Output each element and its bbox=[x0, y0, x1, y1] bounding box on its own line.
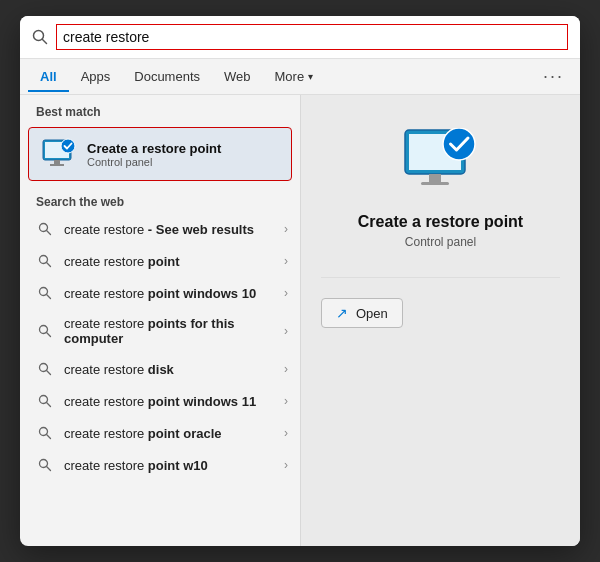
svg-point-7 bbox=[40, 224, 48, 232]
svg-point-21 bbox=[40, 460, 48, 468]
svg-point-9 bbox=[40, 256, 48, 264]
list-item-text: create restore point w10 bbox=[64, 458, 284, 473]
open-label: Open bbox=[356, 306, 388, 321]
svg-point-13 bbox=[40, 326, 48, 334]
svg-line-18 bbox=[47, 403, 51, 407]
search-loop-icon bbox=[36, 252, 54, 270]
svg-rect-25 bbox=[429, 174, 441, 182]
open-button[interactable]: ↗ Open bbox=[321, 298, 403, 328]
svg-line-16 bbox=[47, 371, 51, 375]
chevron-right-icon: › bbox=[284, 458, 288, 472]
search-input[interactable] bbox=[56, 24, 568, 50]
app-icon-large bbox=[401, 127, 481, 197]
chevron-down-icon: ▾ bbox=[308, 71, 313, 82]
tab-documents[interactable]: Documents bbox=[122, 61, 212, 92]
chevron-right-icon: › bbox=[284, 394, 288, 408]
open-icon: ↗ bbox=[336, 305, 348, 321]
chevron-right-icon: › bbox=[284, 324, 288, 338]
chevron-right-icon: › bbox=[284, 254, 288, 268]
svg-point-6 bbox=[61, 139, 75, 153]
best-match-subtitle: Control panel bbox=[87, 156, 221, 168]
svg-line-20 bbox=[47, 435, 51, 439]
chevron-right-icon: › bbox=[284, 362, 288, 376]
search-icon bbox=[32, 29, 48, 45]
right-panel-title: Create a restore point bbox=[358, 213, 523, 231]
list-item[interactable]: create restore point windows 10 › bbox=[20, 277, 300, 309]
search-loop-icon bbox=[36, 360, 54, 378]
tab-all[interactable]: All bbox=[28, 61, 69, 92]
chevron-right-icon: › bbox=[284, 286, 288, 300]
search-panel: All Apps Documents Web More ▾ ··· Best m… bbox=[20, 16, 580, 546]
restore-point-icon bbox=[41, 136, 77, 172]
search-loop-icon bbox=[36, 322, 54, 340]
tab-apps[interactable]: Apps bbox=[69, 61, 123, 92]
more-options-button[interactable]: ··· bbox=[535, 62, 572, 91]
tab-more[interactable]: More ▾ bbox=[263, 61, 326, 92]
svg-line-14 bbox=[47, 333, 51, 337]
list-item[interactable]: create restore points for this computer … bbox=[20, 309, 300, 353]
list-item-text: create restore point windows 10 bbox=[64, 286, 284, 301]
best-match-label: Best match bbox=[20, 95, 300, 123]
svg-line-10 bbox=[47, 263, 51, 267]
svg-point-17 bbox=[40, 396, 48, 404]
list-item[interactable]: create restore point › bbox=[20, 245, 300, 277]
svg-rect-4 bbox=[54, 160, 60, 164]
search-loop-icon bbox=[36, 424, 54, 442]
svg-point-19 bbox=[40, 428, 48, 436]
right-panel-subtitle: Control panel bbox=[405, 235, 476, 249]
list-item[interactable]: create restore point oracle › bbox=[20, 417, 300, 449]
search-bar bbox=[20, 16, 580, 59]
list-item-text: create restore point oracle bbox=[64, 426, 284, 441]
list-item-text: create restore point windows 11 bbox=[64, 394, 284, 409]
svg-rect-5 bbox=[50, 164, 64, 166]
svg-line-12 bbox=[47, 295, 51, 299]
list-item[interactable]: create restore - See web results › bbox=[20, 213, 300, 245]
search-web-label: Search the web bbox=[20, 185, 300, 213]
list-item[interactable]: create restore disk › bbox=[20, 353, 300, 385]
search-loop-icon bbox=[36, 284, 54, 302]
search-loop-icon bbox=[36, 392, 54, 410]
search-loop-icon bbox=[36, 456, 54, 474]
best-match-text: Create a restore point Control panel bbox=[87, 141, 221, 168]
chevron-right-icon: › bbox=[284, 222, 288, 236]
list-item-text: create restore disk bbox=[64, 362, 284, 377]
list-item-text: create restore points for this computer bbox=[64, 316, 284, 346]
more-label: More bbox=[275, 69, 305, 84]
svg-line-1 bbox=[43, 40, 47, 44]
svg-point-15 bbox=[40, 364, 48, 372]
list-item[interactable]: create restore point w10 › bbox=[20, 449, 300, 481]
best-match-item[interactable]: Create a restore point Control panel bbox=[28, 127, 292, 181]
svg-line-8 bbox=[47, 231, 51, 235]
svg-rect-26 bbox=[421, 182, 449, 185]
list-item-text: create restore - See web results bbox=[64, 222, 284, 237]
best-match-name: Create a restore point bbox=[87, 141, 221, 156]
chevron-right-icon: › bbox=[284, 426, 288, 440]
divider bbox=[321, 277, 560, 278]
svg-point-11 bbox=[40, 288, 48, 296]
svg-point-27 bbox=[443, 128, 475, 160]
main-content: Best match Create a restore poin bbox=[20, 95, 580, 546]
svg-line-22 bbox=[47, 467, 51, 471]
tab-web[interactable]: Web bbox=[212, 61, 263, 92]
list-item-text: create restore point bbox=[64, 254, 284, 269]
tabs-bar: All Apps Documents Web More ▾ ··· bbox=[20, 59, 580, 95]
search-loop-icon bbox=[36, 220, 54, 238]
list-item[interactable]: create restore point windows 11 › bbox=[20, 385, 300, 417]
left-panel: Best match Create a restore poin bbox=[20, 95, 300, 546]
right-panel: Create a restore point Control panel ↗ O… bbox=[300, 95, 580, 546]
